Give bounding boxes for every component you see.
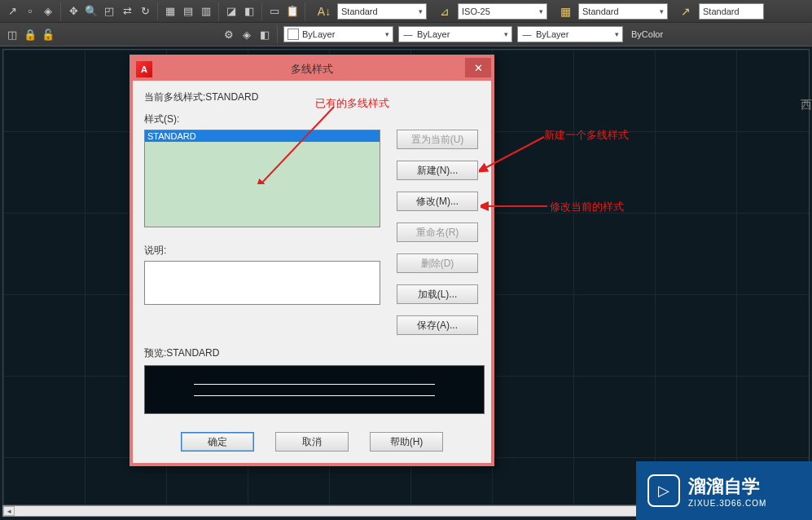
mline-style-dialog: A 多线样式 ✕ 当前多线样式:STANDARD 样式(S): STANDARD… xyxy=(129,55,494,466)
tablestyle-combo[interactable]: Standard ▾ xyxy=(578,3,668,20)
plotstyle-value: ByColor xyxy=(631,29,706,39)
annotation-modify: 修改当前的样式 xyxy=(550,200,624,214)
chevron-down-icon: ▾ xyxy=(419,7,423,15)
tool3-icon[interactable]: ▭ xyxy=(267,4,282,19)
textstyle-value: Standard xyxy=(341,7,414,16)
tool2-icon[interactable]: ◧ xyxy=(242,4,257,19)
chevron-down-icon: ▾ xyxy=(615,30,619,38)
cancel-button[interactable]: 取消 xyxy=(275,432,349,452)
style-item-selected[interactable]: STANDARD xyxy=(145,130,380,142)
plotstyle-combo[interactable]: ByColor xyxy=(628,26,709,42)
annotation-existing: 已有的多线样式 xyxy=(315,96,389,111)
description-label: 说明: xyxy=(144,244,380,258)
props-icon[interactable]: ▤ xyxy=(181,4,195,19)
linetype-value: ByLayer xyxy=(417,29,499,39)
tablestyle-value: Standard xyxy=(582,7,655,16)
tool1-icon[interactable]: ◪ xyxy=(224,4,239,19)
lock-icon[interactable]: 🔒 xyxy=(23,27,37,42)
nav-icon[interactable]: ◈ xyxy=(41,4,55,19)
current-style-label: 当前多线样式:STANDARD xyxy=(144,90,480,104)
preview-label: 预览:STANDARD xyxy=(144,346,480,360)
mleader-value: Standard xyxy=(703,7,760,16)
watermark-sub: ZIXUE.3D66.COM xyxy=(688,499,766,508)
layeriso-icon[interactable]: ◈ xyxy=(239,27,254,42)
preview-line-1 xyxy=(194,384,435,385)
close-button[interactable]: ✕ xyxy=(465,58,491,77)
watermark-main: 溜溜自学 xyxy=(688,474,766,499)
dimstyle-combo[interactable]: ISO-25 ▾ xyxy=(458,3,547,20)
textstyle-icon[interactable]: A↓ xyxy=(314,3,335,20)
arrow-icon[interactable]: ↗ xyxy=(5,4,20,19)
pan-icon[interactable]: ⇄ xyxy=(120,4,134,19)
dimstyle-icon[interactable]: ⊿ xyxy=(434,3,455,20)
tablestyle-icon[interactable]: ▦ xyxy=(555,3,576,20)
color-icon[interactable]: ◧ xyxy=(257,27,272,42)
textstyle-combo[interactable]: Standard ▾ xyxy=(337,3,427,20)
preview-box xyxy=(144,365,485,414)
ok-button[interactable]: 确定 xyxy=(181,432,254,452)
styles-listbox[interactable]: STANDARD xyxy=(144,130,380,227)
mleader-icon[interactable]: ↗ xyxy=(675,3,696,20)
sheet-icon[interactable]: ▥ xyxy=(199,4,213,19)
toolbar-row-1: ↗ ▫ ◈ ✥ 🔍 ◰ ⇄ ↻ ▦ ▤ ▥ ◪ ◧ ▭ 📋 A↓ Standar… xyxy=(0,0,812,23)
description-box[interactable] xyxy=(144,261,380,305)
cursor-icon[interactable]: ▫ xyxy=(23,4,37,19)
layer-icon[interactable]: ◫ xyxy=(5,27,20,42)
unlock-icon[interactable]: 🔓 xyxy=(41,27,55,42)
chevron-down-icon: ▾ xyxy=(385,30,389,38)
styles-label: 样式(S): xyxy=(144,112,480,126)
dialog-body: 当前多线样式:STANDARD 样式(S): STANDARD 说明: 置为当前… xyxy=(133,81,491,463)
layerstate-icon[interactable]: ⚙ xyxy=(222,27,236,42)
chevron-down-icon: ▾ xyxy=(539,7,543,15)
watermark-play-icon: ▷ xyxy=(647,474,680,507)
save-button[interactable]: 保存(A)... xyxy=(397,315,478,335)
lineweight-combo[interactable]: — ByLayer ▾ xyxy=(517,26,623,42)
lineweight-icon: — xyxy=(521,29,533,40)
paste-icon[interactable]: 📋 xyxy=(285,4,300,19)
mleader-combo[interactable]: Standard xyxy=(699,3,764,20)
toolbar-row-2: ◫ 🔒 🔓 ⚙ ◈ ◧ ByLayer ▾ — ByLayer ▾ — ByLa… xyxy=(0,23,812,46)
help-button[interactable]: 帮助(H) xyxy=(370,432,443,452)
lineweight-value: ByLayer xyxy=(536,29,610,39)
scroll-left-arrow[interactable]: ◂ xyxy=(3,506,15,516)
side-direction-label: 西 xyxy=(801,98,812,112)
set-current-button: 置为当前(U) xyxy=(397,130,478,149)
dialog-titlebar[interactable]: A 多线样式 ✕ xyxy=(133,58,491,81)
load-button[interactable]: 加载(L)... xyxy=(397,284,478,304)
bottom-buttons: 确定 取消 帮助(H) xyxy=(144,432,480,452)
new-button[interactable]: 新建(N)... xyxy=(397,161,478,180)
grid-icon[interactable]: ▦ xyxy=(163,4,178,19)
linetype-icon: — xyxy=(402,29,414,40)
linetype-combo[interactable]: — ByLayer ▾ xyxy=(398,26,512,42)
color-value: ByLayer xyxy=(302,29,380,39)
annotation-new: 新建一个多线样式 xyxy=(544,128,629,143)
modify-button[interactable]: 修改(M)... xyxy=(397,192,478,211)
dialog-title: 多线样式 xyxy=(133,62,491,77)
orbit-icon[interactable]: ↻ xyxy=(138,4,152,19)
region-icon[interactable]: ◰ xyxy=(102,4,116,19)
chevron-down-icon: ▾ xyxy=(660,7,664,15)
rename-button: 重命名(R) xyxy=(397,223,478,242)
watermark: ▷ 溜溜自学 ZIXUE.3D66.COM xyxy=(636,461,812,520)
preview-line-2 xyxy=(194,395,435,396)
watermark-text: 溜溜自学 ZIXUE.3D66.COM xyxy=(688,474,766,508)
colorswatch-icon xyxy=(287,29,299,40)
chevron-down-icon: ▾ xyxy=(504,30,508,38)
delete-button: 删除(D) xyxy=(397,253,478,273)
zoom-icon[interactable]: 🔍 xyxy=(84,4,99,19)
toolbar-area: ↗ ▫ ◈ ✥ 🔍 ◰ ⇄ ↻ ▦ ▤ ▥ ◪ ◧ ▭ 📋 A↓ Standar… xyxy=(0,0,812,46)
dimstyle-value: ISO-25 xyxy=(462,7,534,16)
color-combo[interactable]: ByLayer ▾ xyxy=(283,26,393,42)
drag-icon[interactable]: ✥ xyxy=(66,4,81,19)
